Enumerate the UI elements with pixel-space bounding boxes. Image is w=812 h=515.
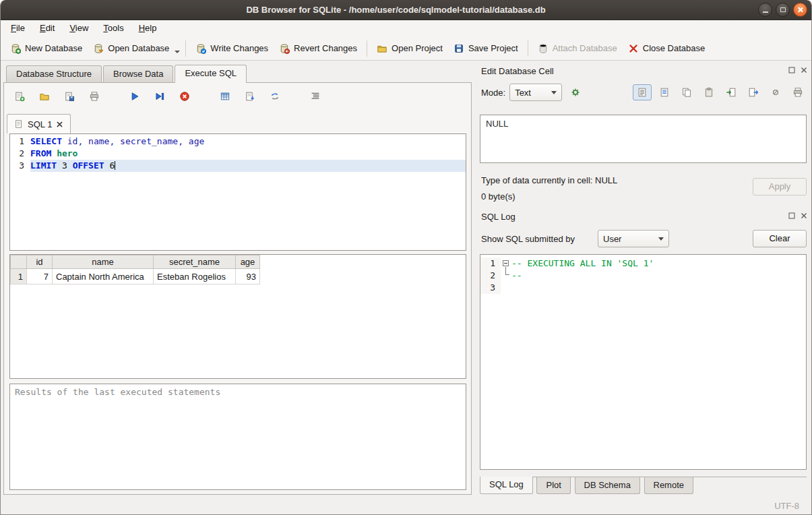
close-dock-button[interactable] <box>799 211 809 220</box>
text-view-button[interactable] <box>633 84 652 100</box>
revert-changes-button[interactable]: Revert Changes <box>274 40 363 57</box>
tab-remote[interactable]: Remote <box>644 477 694 494</box>
log-filter-combobox[interactable]: User <box>598 230 669 247</box>
fold-connector <box>505 267 509 275</box>
header-name[interactable]: name <box>53 255 154 269</box>
set-null-button[interactable] <box>766 84 785 100</box>
cell-secret-name[interactable]: Esteban Rogelios <box>154 269 236 284</box>
open-project-label: Open Project <box>392 43 443 53</box>
close-dock-button[interactable] <box>799 65 809 75</box>
editor-line: 1 SELECT id, name, secret_name, age <box>10 135 466 148</box>
binary-view-button[interactable] <box>655 84 674 100</box>
save-results-icon <box>245 91 255 102</box>
open-database-menu-arrow-icon[interactable] <box>175 51 180 53</box>
export-results-button[interactable] <box>218 89 232 104</box>
tab-sql-log[interactable]: SQL Log <box>480 477 533 494</box>
menu-tools[interactable]: Tools <box>96 20 131 36</box>
sql-tab-label: SQL 1 <box>28 119 52 129</box>
export-icon <box>748 87 759 98</box>
float-dock-button[interactable] <box>787 65 797 75</box>
tab-browse-data[interactable]: Browse Data <box>103 65 173 82</box>
paste-cell-button[interactable] <box>699 84 718 100</box>
format-lines-icon <box>310 91 321 102</box>
header-secret-name[interactable]: secret_name <box>154 255 236 269</box>
auto-mode-button[interactable] <box>566 84 585 100</box>
stop-icon <box>179 91 190 102</box>
sql-number: 6 <box>104 160 115 171</box>
save-sql-file-button[interactable] <box>62 89 77 104</box>
stop-execution-button[interactable] <box>177 89 192 104</box>
clear-log-button[interactable]: Clear <box>753 230 807 247</box>
main-tab-bar: Database Structure Browse Data Execute S… <box>6 65 248 83</box>
execute-all-button[interactable] <box>127 89 142 104</box>
export-cell-data-button[interactable] <box>744 84 763 100</box>
menu-edit[interactable]: Edit <box>32 20 62 36</box>
binary-document-icon <box>659 87 670 98</box>
tab-execute-sql[interactable]: Execute SQL <box>175 65 247 83</box>
print-cell-button[interactable] <box>788 84 807 100</box>
print-icon <box>89 91 100 102</box>
sql-editor-tab[interactable]: SQL 1 <box>7 114 71 133</box>
minimize-button[interactable] <box>758 3 772 17</box>
close-tab-icon[interactable] <box>56 121 63 128</box>
attach-database-icon <box>538 43 549 54</box>
format-sql-button[interactable] <box>308 89 323 104</box>
editor-line-current: 3 LIMIT 3 OFFSET 6 <box>10 160 466 172</box>
cell-name[interactable]: Captain North America <box>53 269 154 284</box>
minimize-icon <box>763 11 768 13</box>
open-database-button[interactable]: Open Database <box>88 40 175 57</box>
new-database-button[interactable]: New Database <box>5 40 88 57</box>
write-changes-button[interactable]: Write Changes <box>190 40 274 57</box>
window-controls <box>758 3 807 17</box>
save-project-icon <box>454 43 464 54</box>
fold-collapse-icon[interactable] <box>503 260 509 266</box>
sql-editor-tab-bar: SQL 1 <box>7 114 71 133</box>
encoding-indicator: UTF-8 <box>774 501 799 511</box>
float-icon <box>788 212 796 220</box>
open-sql-tab-button[interactable] <box>12 89 27 104</box>
line-number: 3 <box>10 160 30 172</box>
close-button[interactable] <box>793 3 807 17</box>
maximize-button[interactable] <box>776 3 790 17</box>
sql-editor[interactable]: 1 SELECT id, name, secret_name, age 2 FR… <box>9 133 466 251</box>
menu-help[interactable]: Help <box>131 20 164 36</box>
save-results-button[interactable] <box>243 89 257 104</box>
cell-id[interactable]: 7 <box>27 269 53 284</box>
status-bar: UTF-8 <box>1 498 811 514</box>
text-cursor <box>115 161 115 170</box>
corner-header[interactable] <box>11 255 27 269</box>
row-number-cell[interactable]: 1 <box>11 269 27 284</box>
header-age[interactable]: age <box>236 255 260 269</box>
print-icon <box>792 87 803 98</box>
cell-age[interactable]: 93 <box>236 269 260 284</box>
cell-value-editor[interactable]: NULL <box>480 115 807 163</box>
find-replace-button[interactable] <box>268 89 282 104</box>
clipboard-icon <box>704 87 714 98</box>
open-sql-file-button[interactable] <box>37 89 52 104</box>
tab-database-structure[interactable]: Database Structure <box>6 65 102 82</box>
menu-file[interactable]: File <box>3 20 32 36</box>
print-sql-button[interactable] <box>87 89 102 104</box>
float-dock-button[interactable] <box>787 211 797 220</box>
import-cell-data-button[interactable] <box>722 84 741 100</box>
log-filter-value: User <box>603 234 621 244</box>
open-project-button[interactable]: Open Project <box>371 40 448 57</box>
execute-line-button[interactable] <box>152 89 167 104</box>
log-line: 3 <box>480 282 806 294</box>
close-database-button[interactable]: Close Database <box>623 40 711 57</box>
title-bar: DB Browser for SQLite - /home/user/code/… <box>1 0 811 20</box>
open-database-icon <box>93 43 104 54</box>
save-project-button[interactable]: Save Project <box>448 40 524 57</box>
open-project-icon <box>377 43 387 54</box>
header-id[interactable]: id <box>27 255 53 269</box>
copy-cell-button[interactable] <box>677 84 696 100</box>
toolbar-separator <box>528 40 528 57</box>
open-database-label: Open Database <box>108 43 169 53</box>
menu-view[interactable]: View <box>62 20 96 36</box>
tab-db-schema[interactable]: DB Schema <box>575 477 640 494</box>
mode-combobox[interactable]: Text <box>509 84 562 101</box>
log-text: -- <box>511 270 522 282</box>
log-line-number: 2 <box>480 270 501 282</box>
open-file-icon <box>39 91 50 102</box>
tab-plot[interactable]: Plot <box>536 477 570 494</box>
